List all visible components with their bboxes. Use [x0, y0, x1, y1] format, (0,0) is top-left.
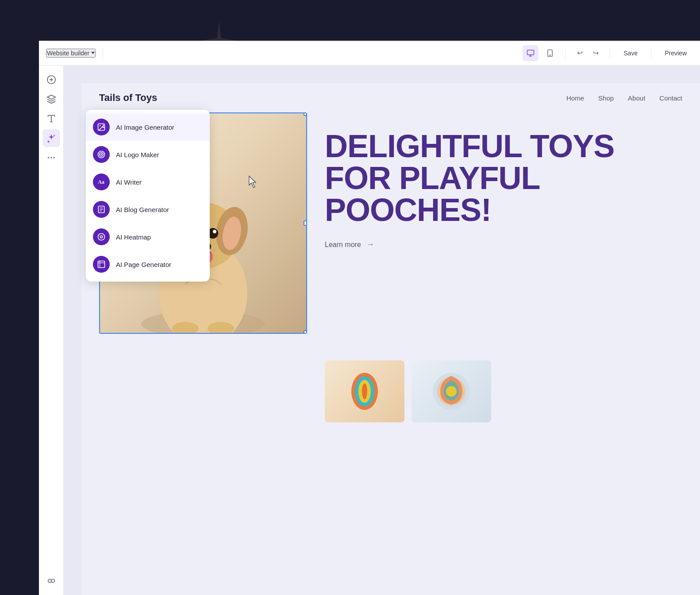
- sidebar-item-layers[interactable]: [42, 90, 60, 108]
- svg-point-4: [47, 157, 49, 158]
- ai-image-generator-label: AI Image Generator: [116, 124, 174, 131]
- ai-menu-item-blog-generator[interactable]: AI Blog Generator: [86, 196, 210, 223]
- svg-point-38: [100, 154, 102, 155]
- top-bar-divider-4: [651, 48, 651, 58]
- svg-point-6: [53, 157, 55, 158]
- toy-spiral-2: [412, 360, 491, 422]
- mobile-view-button[interactable]: [542, 45, 558, 61]
- product-card-1[interactable]: [325, 360, 404, 422]
- product-card-2[interactable]: [412, 360, 491, 422]
- website-builder-dropdown[interactable]: Website builder: [46, 49, 96, 58]
- svg-point-43: [100, 236, 102, 237]
- learn-more-button[interactable]: Learn more →: [325, 240, 374, 249]
- ai-heatmap-icon: [93, 228, 110, 245]
- svg-point-29: [362, 383, 367, 399]
- nav-link-home[interactable]: Home: [566, 94, 584, 102]
- svg-text:Aa: Aa: [98, 179, 104, 185]
- nav-link-shop[interactable]: Shop: [598, 94, 614, 102]
- website-builder-label-text: Website builder: [47, 50, 89, 57]
- svg-rect-44: [98, 261, 105, 268]
- nav-link-contact[interactable]: Contact: [659, 94, 682, 102]
- site-nav: Tails of Toys Home Shop About Contact: [81, 83, 700, 112]
- selection-handle-top-right[interactable]: [304, 112, 307, 116]
- sidebar-item-ai[interactable]: [42, 129, 60, 147]
- ai-page-generator-icon: [93, 256, 110, 273]
- undo-button[interactable]: ↩: [573, 46, 587, 60]
- sidebar-item-text[interactable]: [42, 110, 60, 128]
- ai-menu-item-writer[interactable]: Aa AI Writer: [86, 168, 210, 196]
- mobile-icon: [546, 49, 554, 57]
- ai-menu-item-page-generator[interactable]: AI Page Generator: [86, 251, 210, 278]
- save-button[interactable]: Save: [617, 47, 644, 59]
- plus-icon: [46, 75, 56, 85]
- chevron-down-icon: [91, 52, 95, 54]
- ai-menu-item-image-generator[interactable]: AI Image Generator: [86, 113, 210, 141]
- sidebar-item-more[interactable]: [42, 149, 60, 166]
- svg-point-34: [100, 125, 101, 127]
- ai-image-generator-icon: [93, 119, 110, 135]
- text-style-icon: [46, 114, 56, 124]
- ai-logo-maker-icon: [93, 146, 110, 163]
- ai-logo-maker-label: AI Logo Maker: [116, 151, 159, 158]
- layers-icon: [46, 94, 56, 104]
- svg-point-19: [213, 230, 216, 233]
- ai-heatmap-label: AI Heatmap: [116, 233, 151, 241]
- top-bar-left: Website builder: [46, 48, 523, 58]
- svg-point-32: [446, 386, 457, 397]
- redo-button[interactable]: ↪: [588, 46, 603, 60]
- selection-handle-middle-right[interactable]: [304, 220, 307, 226]
- ai-blog-generator-icon: [93, 201, 110, 218]
- more-dots-icon: [46, 153, 56, 162]
- top-bar-divider-3: [610, 48, 610, 58]
- ai-menu-item-heatmap[interactable]: AI Heatmap: [86, 223, 210, 251]
- preview-button[interactable]: Preview: [658, 47, 693, 59]
- sidebar: [39, 66, 64, 595]
- svg-point-7: [48, 579, 51, 582]
- ai-writer-label: AI Writer: [116, 178, 142, 186]
- selection-handle-bottom-right[interactable]: [304, 330, 307, 334]
- desktop-icon: [527, 49, 535, 57]
- undo-redo-group: ↩ ↪: [573, 46, 603, 60]
- top-bar-divider-2: [565, 48, 565, 58]
- faces-icon: [46, 576, 56, 586]
- top-bar-divider: [103, 48, 103, 58]
- ai-menu-dropdown: AI Image Generator AI Logo Maker Aa AI W…: [86, 110, 210, 282]
- top-bar-right: ↩ ↪ Save Preview: [523, 45, 693, 61]
- products-row: [81, 352, 700, 422]
- ai-page-generator-label: AI Page Generator: [116, 261, 171, 268]
- site-logo: Tails of Toys: [99, 92, 157, 104]
- svg-rect-0: [527, 50, 534, 55]
- nav-link-about[interactable]: About: [628, 94, 645, 102]
- arrow-right-icon: →: [366, 240, 374, 249]
- site-nav-links: Home Shop About Contact: [566, 94, 682, 102]
- svg-point-2: [550, 54, 551, 55]
- top-bar: Website builder ↩ ↪ Save Preview: [39, 41, 700, 66]
- svg-point-5: [50, 157, 52, 158]
- sidebar-item-add[interactable]: [42, 71, 60, 89]
- canvas-area: Tails of Toys Home Shop About Contact: [64, 66, 700, 595]
- sidebar-item-faces[interactable]: [42, 572, 60, 590]
- ai-menu-item-logo-maker[interactable]: AI Logo Maker: [86, 141, 210, 168]
- hero-headline: DELIGHTFUL TOYS FOR PLAYFUL POOCHES!: [325, 130, 682, 226]
- hero-text: DELIGHTFUL TOYS FOR PLAYFUL POOCHES! Lea…: [307, 112, 682, 352]
- desktop-view-button[interactable]: [523, 45, 538, 61]
- ai-writer-icon: Aa: [93, 174, 110, 190]
- sparkles-icon: [46, 133, 56, 143]
- svg-point-8: [51, 579, 54, 582]
- ai-blog-generator-label: AI Blog Generator: [116, 206, 169, 213]
- toy-spiral-1: [325, 360, 404, 422]
